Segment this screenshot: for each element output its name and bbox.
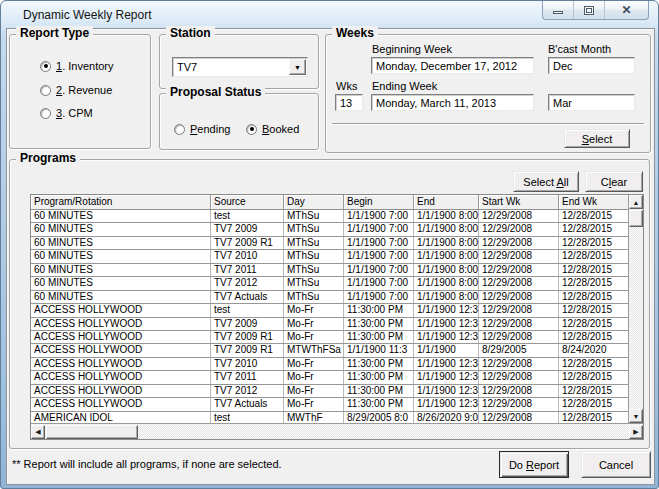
radio-pending[interactable]: Pending: [174, 123, 230, 135]
table-row[interactable]: ACCESS HOLLYWOODTV7 2009 R1MTWThFSa1/1/1…: [31, 344, 628, 357]
scroll-down-button[interactable]: ▼: [629, 409, 643, 423]
horizontal-scrollbar[interactable]: ◀ ▶: [31, 423, 643, 439]
table-cell: 1/1/1900 12:3: [414, 385, 479, 397]
minimize-button[interactable]: [543, 1, 574, 19]
vertical-scroll-thumb[interactable]: [629, 210, 643, 227]
table-cell: 12/28/2015: [559, 210, 628, 222]
dialog-body: Report Type 1. Inventory 2. Revenue 3. C…: [6, 28, 655, 485]
proposal-status-title: Proposal Status: [166, 85, 265, 99]
column-header[interactable]: Begin: [344, 195, 414, 209]
table-row[interactable]: ACCESS HOLLYWOODTV7 2011Mo-Fr11:30:00 PM…: [31, 371, 628, 384]
table-cell: 1/1/1900 12:3: [414, 398, 479, 410]
clear-button[interactable]: Clear: [585, 171, 643, 192]
scroll-right-icon: ▶: [633, 428, 638, 436]
table-cell: 12/28/2015: [559, 264, 628, 276]
column-header[interactable]: Program/Rotation: [31, 195, 211, 209]
scroll-down-icon: ▼: [633, 413, 640, 420]
table-cell: 12/29/2008: [479, 210, 559, 222]
beginning-week-field: Monday, December 17, 2012: [371, 57, 534, 74]
table-row[interactable]: 60 MINUTESTV7 2012MThSu1/1/1900 7:001/1/…: [31, 277, 628, 290]
table-row[interactable]: 60 MINUTEStestMThSu1/1/1900 7:001/1/1900…: [31, 210, 628, 223]
table-cell: 12/29/2008: [479, 385, 559, 397]
radio-booked[interactable]: Booked: [246, 123, 299, 135]
table-row[interactable]: 60 MINUTESTV7 2011MThSu1/1/1900 7:001/1/…: [31, 264, 628, 277]
weeks-divider: [332, 123, 644, 125]
programs-group: Programs Select All Clear Program/Rotati…: [9, 159, 650, 449]
table-cell: 12/28/2015: [559, 318, 628, 330]
table-cell: 60 MINUTES: [31, 210, 211, 222]
bcast-end-field: Mar: [548, 94, 635, 111]
programs-table: Program/RotationSourceDayBeginEndStart W…: [30, 194, 644, 440]
table-cell: TV7 2009 R1: [211, 344, 284, 356]
radio-revenue[interactable]: 2. Revenue: [40, 84, 112, 96]
column-header[interactable]: End: [414, 195, 479, 209]
table-row[interactable]: ACCESS HOLLYWOODTV7 2010Mo-Fr11:30:00 PM…: [31, 358, 628, 371]
radio-cpm[interactable]: 3. CPM: [40, 107, 93, 119]
radio-cpm-dot: [40, 108, 51, 119]
table-cell: TV7 2009: [211, 318, 284, 330]
table-row[interactable]: ACCESS HOLLYWOODTV7 2009Mo-Fr11:30:00 PM…: [31, 318, 628, 331]
table-row[interactable]: ACCESS HOLLYWOODTV7 ActualsMo-Fr11:30:00…: [31, 398, 628, 411]
table-cell: 12/28/2015: [559, 331, 628, 343]
table-cell: 60 MINUTES: [31, 291, 211, 303]
select-weeks-button[interactable]: Select: [564, 129, 630, 148]
scroll-up-button[interactable]: ▲: [629, 195, 643, 209]
table-cell: TV7 2009 R1: [211, 331, 284, 343]
table-cell: 1/1/1900 12:3: [414, 318, 479, 330]
table-cell: 12/28/2015: [559, 223, 628, 235]
table-cell: Mo-Fr: [284, 358, 344, 370]
table-cell: ACCESS HOLLYWOOD: [31, 304, 211, 316]
column-header[interactable]: End Wk: [559, 195, 628, 209]
table-cell: 12/28/2015: [559, 291, 628, 303]
table-row[interactable]: 60 MINUTESTV7 2010MThSu1/1/1900 7:001/1/…: [31, 250, 628, 263]
vertical-scrollbar[interactable]: ▲ ▼: [628, 195, 643, 423]
bcast-month-label: B'cast Month: [548, 43, 611, 55]
radio-inventory[interactable]: 1. Inventory: [40, 60, 113, 72]
table-row[interactable]: AMERICAN IDOLtestMWThF8/29/2005 8:08/26/…: [31, 412, 628, 423]
title-bar[interactable]: Dynamic Weekly Report ✕: [1, 1, 658, 28]
caption-buttons: ✕: [542, 1, 649, 20]
table-cell: test: [211, 210, 284, 222]
table-cell: 1/1/1900 8:00: [414, 223, 479, 235]
table-cell: 12/29/2008: [479, 291, 559, 303]
table-row[interactable]: ACCESS HOLLYWOODTV7 2012Mo-Fr11:30:00 PM…: [31, 385, 628, 398]
table-cell: Mo-Fr: [284, 304, 344, 316]
cancel-button[interactable]: Cancel: [581, 451, 651, 478]
select-all-button[interactable]: Select All: [513, 171, 579, 192]
station-dropdown-button[interactable]: ▼: [289, 59, 306, 75]
table-cell: ACCESS HOLLYWOOD: [31, 331, 211, 343]
table-row[interactable]: 60 MINUTESTV7 2009 R1MThSu1/1/1900 7:001…: [31, 237, 628, 250]
horizontal-scroll-thumb[interactable]: [46, 425, 138, 439]
wks-label: Wks: [336, 80, 357, 92]
scroll-left-button[interactable]: ◀: [31, 425, 45, 439]
table-row[interactable]: ACCESS HOLLYWOODtestMo-Fr11:30:00 PM1/1/…: [31, 304, 628, 317]
table-cell: Mo-Fr: [284, 398, 344, 410]
maximize-button[interactable]: [574, 1, 605, 19]
table-cell: 1/1/1900 12:3: [414, 304, 479, 316]
table-row[interactable]: ACCESS HOLLYWOODTV7 2009 R1Mo-Fr11:30:00…: [31, 331, 628, 344]
table-cell: MWThF: [284, 412, 344, 423]
table-cell: TV7 2011: [211, 264, 284, 276]
table-cell: 8/29/2005: [479, 344, 559, 356]
table-cell: 12/29/2008: [479, 398, 559, 410]
column-header[interactable]: Source: [211, 195, 284, 209]
proposal-status-group: Proposal Status Pending Booked: [159, 93, 319, 150]
table-row[interactable]: 60 MINUTESTV7 2009MThSu1/1/1900 7:001/1/…: [31, 223, 628, 236]
radio-pending-label: Pending: [190, 123, 230, 135]
table-cell: ACCESS HOLLYWOOD: [31, 398, 211, 410]
table-cell: 1/1/1900 12:3: [414, 371, 479, 383]
footer-note: ** Report will include all programs, if …: [12, 458, 282, 470]
programs-title: Programs: [16, 151, 80, 165]
programs-table-header: Program/RotationSourceDayBeginEndStart W…: [31, 195, 628, 210]
do-report-button[interactable]: Do Report: [499, 451, 569, 478]
close-button[interactable]: ✕: [605, 1, 648, 19]
table-row[interactable]: 60 MINUTESTV7 ActualsMThSu1/1/1900 7:001…: [31, 291, 628, 304]
table-cell: TV7 2012: [211, 277, 284, 289]
column-header[interactable]: Day: [284, 195, 344, 209]
table-cell: MThSu: [284, 223, 344, 235]
table-cell: 1/1/1900 7:00: [344, 250, 414, 262]
column-header[interactable]: Start Wk: [479, 195, 559, 209]
table-cell: 1/1/1900 8:00: [414, 277, 479, 289]
station-combobox[interactable]: TV7 ▼: [172, 57, 308, 77]
scroll-right-button[interactable]: ▶: [629, 425, 643, 439]
